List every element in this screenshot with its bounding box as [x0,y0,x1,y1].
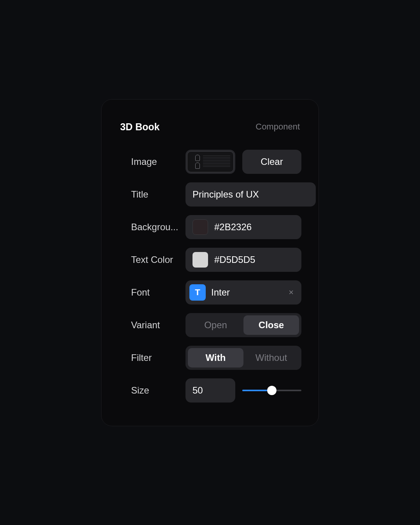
font-field[interactable]: T Inter × [186,280,301,304]
row-textcolor: Text Color #D5D5D5 [119,248,301,272]
variant-open-button[interactable]: Open [188,315,243,335]
title-input[interactable] [186,182,316,206]
control-font: T Inter × [186,280,301,304]
control-size: 50 [186,378,301,402]
label-size: Size [119,385,186,396]
font-name: Inter [211,287,281,298]
filter-with-button[interactable]: With [188,348,243,368]
size-value-field[interactable]: 50 [186,378,235,402]
control-title [186,182,316,206]
image-thumbnail[interactable] [186,150,235,174]
control-image: Clear [186,150,301,174]
row-title: Title [119,182,301,206]
control-filter: With Without [186,346,301,370]
control-background: #2B2326 [186,215,301,239]
component-panel: 3D Book Component Image Clear Title Back… [101,99,319,426]
variant-close-button[interactable]: Close [243,315,299,335]
textcolor-value: #D5D5D5 [214,254,255,265]
textcolor-swatch [192,252,208,268]
font-clear-icon[interactable]: × [286,286,296,299]
label-image: Image [119,156,186,167]
image-thumbnail-preview [187,151,234,172]
control-textcolor: #D5D5D5 [186,248,301,272]
control-variant: Open Close [186,313,301,337]
label-variant: Variant [119,320,186,331]
clear-image-button[interactable]: Clear [242,150,301,174]
filter-segment: With Without [186,346,301,370]
background-value: #2B2326 [214,222,252,233]
label-font: Font [119,287,186,298]
row-filter: Filter With Without [119,346,301,370]
row-size: Size 50 [119,378,301,402]
slider-thumb[interactable] [267,386,276,395]
size-slider[interactable] [242,378,301,402]
row-image: Image Clear [119,150,301,174]
panel-header: 3D Book Component [119,121,301,133]
variant-segment: Open Close [186,313,301,337]
row-background: Backgrou... #2B2326 [119,215,301,239]
size-value: 50 [192,385,203,396]
label-background: Backgrou... [119,222,186,233]
font-type-icon: T [189,284,206,301]
label-filter: Filter [119,352,186,363]
row-variant: Variant Open Close [119,313,301,337]
panel-type-label: Component [256,122,300,132]
textcolor-field[interactable]: #D5D5D5 [186,248,301,272]
filter-without-button[interactable]: Without [243,348,299,368]
label-textcolor: Text Color [119,254,186,265]
background-swatch [192,219,208,235]
row-font: Font T Inter × [119,280,301,304]
label-title: Title [119,189,186,200]
panel-title: 3D Book [120,121,159,133]
background-color-field[interactable]: #2B2326 [186,215,301,239]
